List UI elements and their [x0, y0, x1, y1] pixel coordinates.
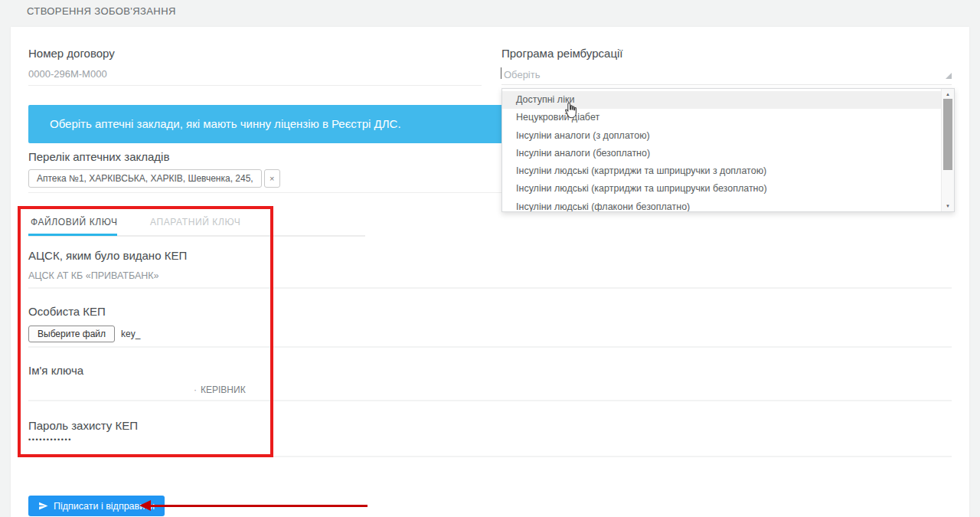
dropdown-option[interactable]: Інсуліни людські (картриджи та шприцручк… [502, 162, 941, 180]
page-title: СТВОРЕННЯ ЗОБОВ'ЯЗАННЯ [27, 5, 176, 17]
pharmacy-chip-text: Аптека №1, ХАРКІВСЬКА, ХАРКІВ, Шевченка,… [28, 169, 262, 188]
chip-remove-icon[interactable]: × [264, 169, 280, 188]
password-input[interactable]: •••••••••••• [28, 436, 72, 443]
pharmacies-label: Перелік аптечних закладів [28, 150, 169, 163]
program-label: Програма реімбурсації [501, 47, 622, 60]
paper-plane-icon [38, 501, 48, 511]
acsk-label: АЦСК, яким було видано КЕП [28, 249, 187, 262]
text-caret [501, 67, 501, 79]
program-underline [501, 84, 952, 85]
dropdown-option[interactable]: Доступні ліки [502, 91, 941, 109]
scrollbar-thumb[interactable] [943, 99, 952, 170]
key-file-input[interactable]: Выберите файл key_ [28, 326, 140, 342]
separator [28, 456, 952, 457]
contract-number-value[interactable]: 0000-296М-М000 [28, 68, 107, 80]
contract-underline [28, 85, 482, 86]
password-label: Пароль захисту КЕП [28, 419, 138, 432]
key-name-select[interactable]: · КЕРІВНИК [194, 384, 246, 395]
sign-and-send-label: Підписати і відправити [54, 501, 155, 512]
tab-file-key[interactable]: ФАЙЛОВИЙ КЛЮЧ [31, 217, 118, 227]
select-expand-icon[interactable] [946, 73, 952, 79]
separator [28, 400, 952, 401]
dropdown-option[interactable]: Інсуліни людські (флакони безоплатно) [502, 198, 941, 212]
scroll-up-icon[interactable]: ▲ [942, 92, 954, 97]
pharmacy-chip[interactable]: Аптека №1, ХАРКІВСЬКА, ХАРКІВ, Шевченка,… [28, 169, 280, 188]
scroll-down-icon[interactable]: ▼ [942, 204, 954, 208]
dropdown-option[interactable]: Інсуліни аналоги (з доплатою) [502, 127, 941, 145]
program-dropdown: Доступні ліки Нецукровий діабет Інсуліни… [501, 88, 955, 212]
tab-hardware-key[interactable]: АПАРАТНИЙ КЛЮЧ [150, 217, 240, 227]
program-select[interactable]: Оберіть [504, 69, 541, 80]
dropdown-option[interactable]: Нецукровий діабет [502, 109, 941, 126]
page: СТВОРЕННЯ ЗОБОВ'ЯЗАННЯ Номер договору 00… [0, 0, 980, 517]
separator [28, 287, 952, 289]
separator [28, 346, 952, 348]
chosen-file-name: key_ [121, 329, 140, 339]
key-name-label: Ім'я ключа [28, 364, 83, 377]
key-name-value: КЕРІВНИК [201, 384, 246, 395]
personal-key-label: Особиста КЕП [28, 305, 106, 318]
active-tab-underline [28, 234, 117, 236]
choose-file-button[interactable]: Выберите файл [28, 326, 115, 342]
dropdown-scrollbar[interactable]: ▲ ▼ [941, 89, 954, 211]
dropdown-option[interactable]: Інсуліни людські (картриджи та шприцручк… [502, 180, 941, 198]
contract-number-label: Номер договору [28, 47, 115, 60]
sign-and-send-button[interactable]: Підписати і відправити [28, 496, 165, 516]
key-name-marker: · [194, 384, 197, 395]
acsk-value[interactable]: АЦСК АТ КБ «ПРИВАТБАНК» [28, 270, 159, 281]
dropdown-option[interactable]: Інсуліни аналоги (безоплатно) [502, 145, 941, 162]
